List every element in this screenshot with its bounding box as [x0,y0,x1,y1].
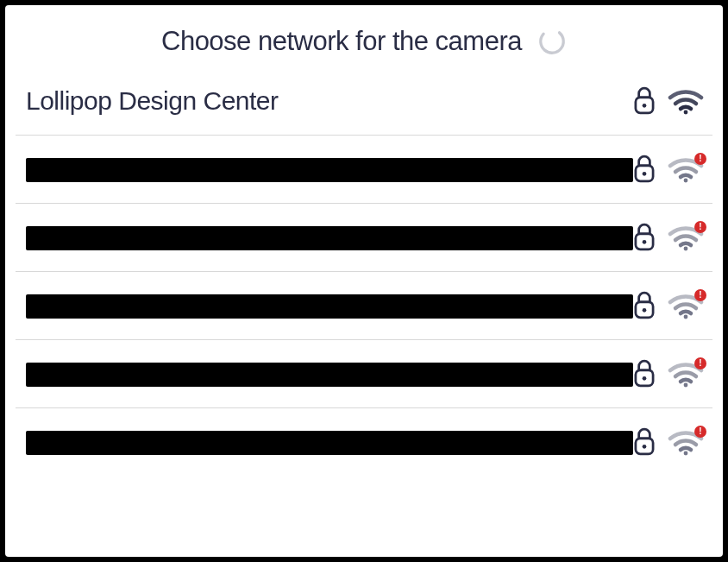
network-status-icons [633,223,704,252]
svg-point-9 [684,247,688,251]
network-row[interactable]: Well Shine Bio 2.4G [16,272,712,340]
network-name: Well Shine Lab 5G [26,427,633,457]
network-picker-panel: Choose network for the camera Lollipop D… [5,5,723,557]
alert-badge-icon [694,357,706,369]
wifi-signal-icon [668,155,704,183]
alert-badge-icon [694,153,706,165]
network-list: Lollipop Design Center Lollipop Guest Lo… [16,81,712,476]
svg-point-12 [684,315,688,319]
network-row[interactable]: Lollipop Design Center [16,81,712,136]
svg-point-5 [643,172,647,176]
svg-point-8 [643,240,647,244]
network-status-icons [633,86,704,116]
svg-point-18 [684,451,688,456]
network-status-icons [633,359,704,388]
wifi-signal-icon [668,292,704,319]
lock-icon [633,223,656,252]
header: Choose network for the camera [16,5,712,81]
lock-icon [633,427,656,457]
network-name: Well Shine Bio 5G [26,359,633,388]
alert-badge-icon [694,221,706,233]
network-row[interactable]: Lollipop Guest [16,136,712,204]
svg-point-15 [684,383,688,388]
network-name: Lollipop Guest [26,155,633,184]
svg-point-3 [684,111,688,115]
lock-icon [633,359,656,388]
alert-badge-icon [694,289,706,301]
network-name: Lollipop Guest 5G [26,223,633,252]
network-row[interactable]: Well Shine Lab 5G [16,408,712,476]
network-name: Lollipop Design Center [26,86,633,116]
svg-point-2 [643,104,647,108]
network-status-icons [633,427,704,457]
svg-point-11 [643,308,647,313]
lock-icon [633,155,656,184]
wifi-signal-icon [668,360,704,388]
network-name: Well Shine Bio 2.4G [26,291,633,320]
network-row[interactable]: Well Shine Bio 5G [16,340,712,408]
svg-point-6 [684,179,688,183]
svg-point-17 [643,445,647,449]
wifi-signal-icon [668,224,704,251]
network-status-icons [633,155,704,184]
network-status-icons [633,291,704,320]
svg-point-0 [537,27,567,56]
svg-point-14 [643,376,647,381]
wifi-signal-icon [668,428,704,456]
loading-spinner-icon [537,27,567,56]
wifi-signal-icon [668,87,704,115]
lock-icon [633,291,656,320]
alert-badge-icon [694,426,706,438]
lock-icon [633,86,656,116]
page-title: Choose network for the camera [161,26,522,57]
network-row[interactable]: Lollipop Guest 5G [16,204,712,272]
